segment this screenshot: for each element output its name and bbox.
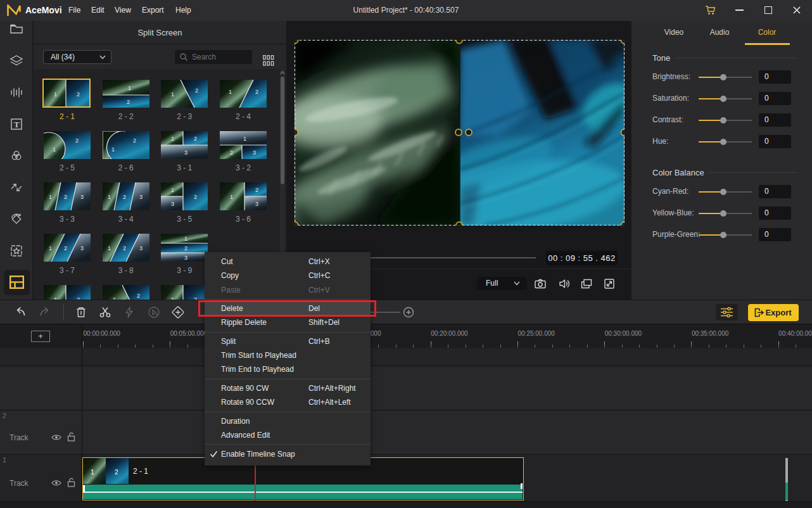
svg-text:1: 1 [108, 245, 111, 251]
svg-text:3: 3 [184, 149, 187, 156]
svg-text:2: 2 [255, 187, 258, 193]
svg-text:1: 1 [53, 146, 56, 153]
svg-text:3: 3 [139, 194, 143, 200]
svg-text:1: 1 [171, 136, 174, 142]
svg-text:3: 3 [171, 201, 174, 207]
svg-text:2: 2 [230, 149, 233, 156]
svg-text:1: 1 [49, 194, 52, 200]
svg-text:2: 2 [123, 194, 126, 200]
svg-text:2: 2 [127, 99, 130, 105]
svg-text:1: 1 [91, 469, 94, 476]
svg-text:3: 3 [80, 245, 84, 251]
svg-text:3: 3 [253, 149, 256, 156]
svg-text:2: 2 [195, 87, 198, 94]
svg-text:1: 1 [230, 194, 233, 200]
svg-text:3: 3 [139, 245, 143, 251]
svg-text:2: 2 [137, 293, 140, 299]
svg-text:2: 2 [194, 194, 197, 200]
svg-text:2: 2 [133, 137, 136, 144]
svg-text:2: 2 [64, 245, 67, 251]
svg-text:3: 3 [184, 255, 187, 261]
svg-text:1: 1 [171, 187, 174, 193]
svg-text:1: 1 [171, 91, 174, 98]
svg-text:1: 1 [243, 136, 246, 142]
svg-text:3: 3 [255, 201, 258, 207]
svg-text:2: 2 [115, 469, 118, 476]
svg-text:1: 1 [108, 194, 111, 200]
svg-text:2: 2 [123, 245, 126, 251]
svg-text:1: 1 [229, 89, 232, 95]
svg-text:2: 2 [194, 136, 197, 142]
svg-text:T: T [14, 120, 20, 129]
svg-text:2: 2 [75, 137, 79, 144]
svg-text:2: 2 [64, 194, 67, 200]
svg-text:1: 1 [111, 146, 115, 153]
svg-text:2: 2 [255, 89, 258, 95]
svg-text:1: 1 [49, 245, 52, 251]
svg-text:1: 1 [128, 85, 131, 91]
svg-text:2: 2 [184, 245, 187, 251]
svg-text:3: 3 [80, 194, 84, 200]
svg-text:1: 1 [184, 236, 187, 242]
